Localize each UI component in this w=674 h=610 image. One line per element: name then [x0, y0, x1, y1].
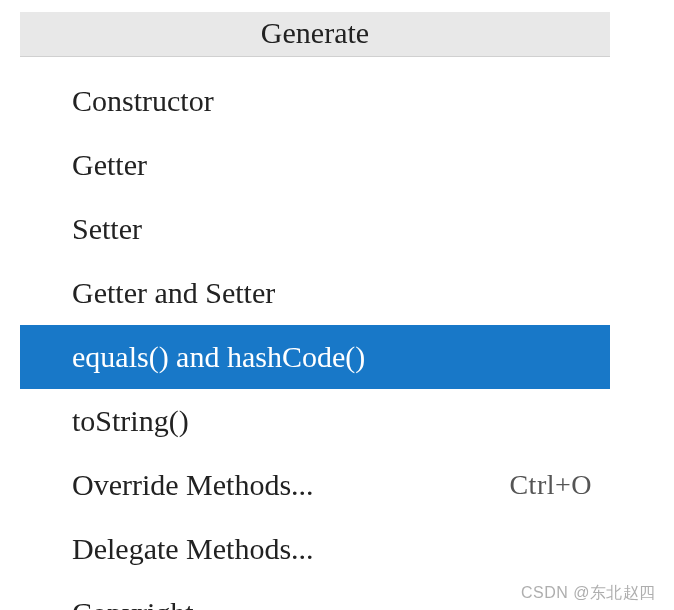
menu-item-setter[interactable]: Setter	[20, 197, 610, 261]
watermark-text: CSDN @东北赵四	[521, 583, 656, 604]
menu-item-label: equals() and hashCode()	[72, 333, 365, 381]
menu-item-label: Getter and Setter	[72, 269, 275, 317]
menu-item-label: toString()	[72, 397, 189, 445]
menu-title: Generate	[20, 12, 610, 57]
menu-item-label: Delegate Methods...	[72, 525, 314, 573]
menu-item-label: Copyright	[72, 589, 194, 610]
menu-item-label: Setter	[72, 205, 142, 253]
menu-item-label: Getter	[72, 141, 147, 189]
menu-item-equals-hashcode[interactable]: equals() and hashCode()	[20, 325, 610, 389]
menu-item-getter[interactable]: Getter	[20, 133, 610, 197]
menu-item-delegate-methods[interactable]: Delegate Methods...	[20, 517, 610, 581]
menu-item-label: Override Methods...	[72, 461, 314, 509]
menu-item-shortcut: Ctrl+O	[509, 463, 592, 508]
menu-item-getter-and-setter[interactable]: Getter and Setter	[20, 261, 610, 325]
menu-item-constructor[interactable]: Constructor	[20, 69, 610, 133]
menu-item-label: Constructor	[72, 77, 214, 125]
menu-item-override-methods[interactable]: Override Methods... Ctrl+O	[20, 453, 610, 517]
generate-menu: Generate Constructor Getter Setter Gette…	[20, 12, 610, 610]
menu-items-container: Constructor Getter Setter Getter and Set…	[20, 57, 610, 610]
menu-item-tostring[interactable]: toString()	[20, 389, 610, 453]
